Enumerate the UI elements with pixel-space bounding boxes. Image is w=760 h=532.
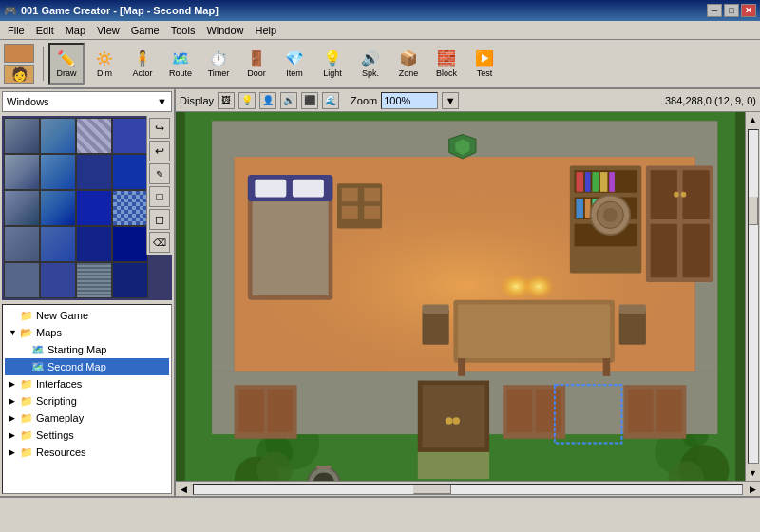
display-icon6[interactable]: 🌊 xyxy=(322,92,339,109)
menu-view[interactable]: View xyxy=(91,23,125,38)
tool-undo[interactable]: ↪ xyxy=(149,118,170,139)
tile-area[interactable]: ↪ ↩ ✎ □ ◻ ⌫ xyxy=(2,116,172,300)
tile-17[interactable] xyxy=(40,262,76,298)
tile-18[interactable] xyxy=(76,262,112,298)
tool-door[interactable]: 🚪 Door xyxy=(238,43,275,85)
vscroll-down[interactable]: ▼ xyxy=(749,466,757,481)
tree-label: New Game xyxy=(36,310,88,321)
display-bar: Display 🖼 💡 👤 🔊 ⬛ 🌊 Zoom ▼ 384,288,0 (12… xyxy=(176,89,760,112)
tree-maps[interactable]: ▼ 📂 Maps xyxy=(5,324,169,341)
tile-10[interactable] xyxy=(76,190,112,226)
hscroll-left[interactable]: ◀ xyxy=(176,484,191,494)
hscroll-thumb[interactable] xyxy=(413,484,451,494)
tile-7[interactable] xyxy=(112,154,148,190)
tile-1[interactable] xyxy=(40,118,76,154)
cursor-indicator xyxy=(716,452,735,471)
menu-game[interactable]: Game xyxy=(125,23,165,38)
tool-pencil[interactable]: ✎ xyxy=(149,163,170,184)
menu-help[interactable]: Help xyxy=(250,23,283,38)
display-label: Display xyxy=(180,95,214,106)
tool-zone[interactable]: 📦 Zone xyxy=(390,43,427,85)
tile-16[interactable] xyxy=(4,262,40,298)
expand-icon: ▶ xyxy=(9,447,20,457)
tile-3[interactable] xyxy=(112,118,148,154)
tree-interfaces[interactable]: ▶ 📁 Interfaces xyxy=(5,375,169,392)
tile-0[interactable] xyxy=(4,118,40,154)
vertical-scrollbar[interactable]: ▲ ▼ xyxy=(745,112,760,481)
tool-erase[interactable]: ⌫ xyxy=(149,232,170,253)
tool-light[interactable]: 💡 Light xyxy=(314,43,351,85)
tree-settings[interactable]: ▶ 📁 Settings xyxy=(5,427,169,444)
tile-4[interactable] xyxy=(4,154,40,190)
minimize-button[interactable]: ─ xyxy=(707,4,722,17)
tree-label: Maps xyxy=(36,327,62,338)
hscroll-track[interactable] xyxy=(193,484,743,495)
tool-draw[interactable]: ✏️ Draw xyxy=(48,43,85,85)
tile-5[interactable] xyxy=(40,154,76,190)
tool-timer[interactable]: ⏱️ Timer xyxy=(200,43,237,85)
horizontal-scrollbar[interactable]: ◀ ▶ xyxy=(176,481,760,496)
map-canvas[interactable] xyxy=(176,112,745,481)
svg-rect-81 xyxy=(418,452,489,479)
svg-rect-69 xyxy=(536,390,560,432)
tool-select[interactable]: ◻ xyxy=(149,209,170,230)
svg-rect-68 xyxy=(507,390,532,432)
display-icon1[interactable]: 🖼 xyxy=(218,92,235,109)
svg-rect-62 xyxy=(268,390,293,432)
tree-new-game[interactable]: 📁 New Game xyxy=(5,307,169,324)
svg-rect-29 xyxy=(592,172,598,192)
tree-gameplay[interactable]: ▶ 📁 Gameplay xyxy=(5,409,169,427)
tile-11[interactable] xyxy=(112,190,148,226)
tool-route[interactable]: 🗺️ Route xyxy=(162,43,199,85)
tool-block[interactable]: 🧱 Block xyxy=(428,43,465,85)
spk-icon: 🔊 xyxy=(361,49,380,67)
tile-6[interactable] xyxy=(76,154,112,190)
tile-9[interactable] xyxy=(40,190,76,226)
vscroll-track[interactable] xyxy=(748,129,759,464)
tile-14[interactable] xyxy=(76,226,112,262)
tree-scripting[interactable]: ▶ 📁 Scripting xyxy=(5,392,169,409)
tool-redo[interactable]: ↩ xyxy=(149,141,170,162)
menu-file[interactable]: File xyxy=(2,23,30,38)
door-icon: 🚪 xyxy=(247,49,266,67)
tile-19[interactable] xyxy=(112,262,148,298)
zoom-input[interactable] xyxy=(381,92,438,109)
tool-actor[interactable]: 🧍 Actor xyxy=(124,43,161,85)
tile-15[interactable] xyxy=(112,226,148,262)
tile-13[interactable] xyxy=(40,226,76,262)
map-icon: 🗺️ xyxy=(31,344,45,356)
menu-edit[interactable]: Edit xyxy=(30,23,60,38)
svg-rect-9 xyxy=(212,157,235,371)
display-icon4[interactable]: 🔊 xyxy=(280,92,297,109)
tree-resources[interactable]: ▶ 📁 Resources xyxy=(5,444,169,461)
vscroll-up[interactable]: ▲ xyxy=(749,112,757,127)
tool-item[interactable]: 💎 Item xyxy=(276,43,313,85)
svg-rect-30 xyxy=(600,172,608,192)
tool-rect[interactable]: □ xyxy=(149,186,170,207)
menu-tools[interactable]: Tools xyxy=(165,23,201,38)
close-button[interactable]: ✕ xyxy=(741,4,756,17)
tool-test[interactable]: ▶️ Test xyxy=(466,43,503,85)
display-icon5[interactable]: ⬛ xyxy=(301,92,318,109)
windows-dropdown[interactable]: Windows ▼ xyxy=(2,91,172,112)
toolbar-icon1[interactable] xyxy=(4,44,34,63)
tree-starting-map[interactable]: 🗺️ Starting Map xyxy=(5,341,169,358)
tool-dim[interactable]: 🔅 Dim xyxy=(86,43,123,85)
svg-rect-55 xyxy=(603,358,611,376)
tile-12[interactable] xyxy=(4,226,40,262)
tile-8[interactable] xyxy=(4,190,40,226)
hscroll-right[interactable]: ▶ xyxy=(745,484,760,494)
tile-2[interactable] xyxy=(76,118,112,154)
tree-label: Resources xyxy=(36,446,86,458)
display-icon3[interactable]: 👤 xyxy=(259,92,276,109)
menu-window[interactable]: Window xyxy=(200,23,249,38)
tree-second-map[interactable]: 🗺️ Second Map xyxy=(5,358,169,375)
menu-map[interactable]: Map xyxy=(60,23,91,38)
vscroll-thumb[interactable] xyxy=(749,197,758,225)
folder-icon: 📂 xyxy=(20,327,33,339)
display-icon2[interactable]: 💡 xyxy=(238,92,256,109)
maximize-button[interactable]: □ xyxy=(724,4,739,17)
zoom-dropdown[interactable]: ▼ xyxy=(442,92,459,109)
tool-spk[interactable]: 🔊 Spk. xyxy=(352,43,389,85)
toolbar-icon2[interactable]: 🧑 xyxy=(4,65,34,84)
